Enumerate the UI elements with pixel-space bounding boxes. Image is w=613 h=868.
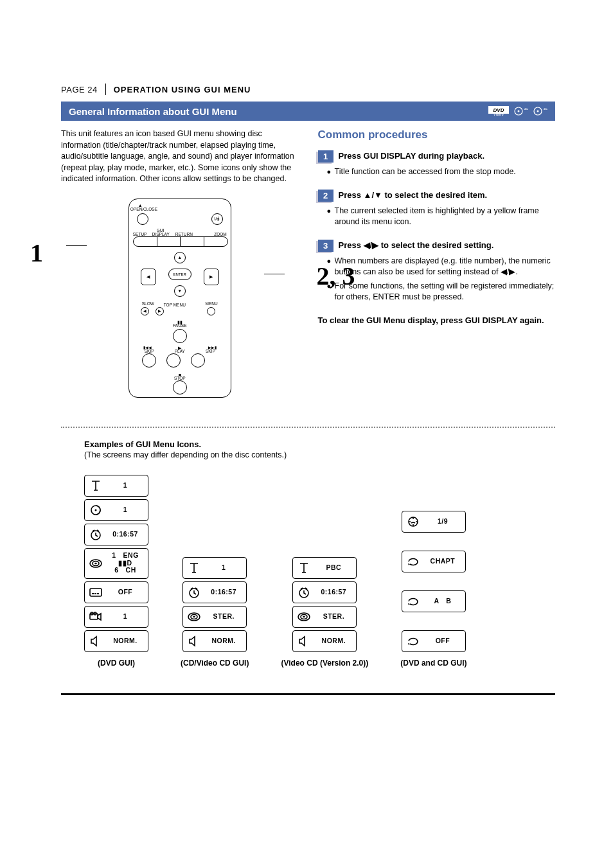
example-column-label: (DVD GUI) bbox=[98, 659, 135, 668]
clock-icon bbox=[297, 586, 311, 599]
gui-item-value: OFF bbox=[107, 589, 144, 596]
subtitle-icon bbox=[89, 587, 103, 598]
gui-item-value: NORM. bbox=[315, 637, 352, 645]
gui-menu-item: OFF bbox=[84, 581, 148, 603]
gui-menu-item: 1 bbox=[84, 499, 148, 521]
menu-label: MENU bbox=[206, 302, 218, 306]
right-button: ▶ bbox=[204, 269, 219, 285]
example-column-label: (Video CD (Version 2.0)) bbox=[281, 659, 368, 668]
step-row: 2Press ▲/▼ to select the desired item. bbox=[318, 190, 556, 202]
gui-item-value: 1 bbox=[107, 613, 144, 621]
sound-icon bbox=[297, 635, 311, 648]
gui-menu-item: 1/9 bbox=[402, 511, 466, 533]
svg-point-10 bbox=[95, 509, 97, 511]
audio-icon bbox=[297, 610, 311, 623]
svg-text:V I D E O: V I D E O bbox=[494, 114, 504, 116]
left-button: ◀ bbox=[141, 269, 156, 285]
open-close-button bbox=[137, 213, 148, 225]
step-row: 3Press ◀/▶ to select the desired setting… bbox=[318, 240, 556, 252]
gui-item-value: NORM. bbox=[205, 637, 242, 645]
bullet-item: ●The current selected item is highlighte… bbox=[327, 206, 556, 228]
callout-1: 1 bbox=[30, 235, 43, 271]
svg-text:disc: disc bbox=[544, 107, 547, 111]
example-column-label: (DVD and CD GUI) bbox=[400, 659, 466, 668]
gui-item-value: 0:16:57 bbox=[315, 589, 352, 596]
gui-menu-item: 0:16:57 bbox=[182, 581, 247, 603]
examples-title: Examples of GUI Menu Icons. bbox=[61, 439, 555, 449]
step-number-badge: 3 bbox=[318, 240, 333, 252]
example-column-label: (CD/Video CD GUI) bbox=[181, 659, 249, 668]
gui-menu-item: 1 bbox=[182, 557, 247, 579]
gui-menu-item: 0:16:57 bbox=[292, 581, 357, 603]
svg-text:DVD: DVD bbox=[493, 107, 504, 113]
slow-label: SLOW bbox=[142, 302, 154, 306]
gui-menu-item: CHAPT bbox=[402, 551, 466, 572]
gui-menu-item: NORM. bbox=[84, 630, 148, 652]
step-text: Press ◀/▶ to select the desired setting. bbox=[339, 240, 556, 250]
angle-icon bbox=[89, 610, 103, 623]
power-button: I/ɸ bbox=[211, 213, 223, 225]
audio-icon bbox=[187, 610, 201, 623]
gui-item-value: PBC bbox=[315, 564, 352, 572]
repeat-icon bbox=[406, 556, 420, 567]
example-column: PBC0:16:57STER.NORM.(Video CD (Version 2… bbox=[281, 557, 368, 668]
gui-menu-item: 0:16:57 bbox=[84, 524, 148, 545]
step-text: Press ▲/▼ to select the desired item. bbox=[339, 190, 556, 200]
svg-rect-15 bbox=[90, 589, 102, 596]
title-icon bbox=[89, 479, 103, 492]
svg-point-7 bbox=[537, 111, 539, 112]
disc-logos: DVDV I D E O disc disc bbox=[488, 105, 547, 117]
gui-item-value: OFF bbox=[424, 637, 461, 645]
chapter-icon bbox=[89, 504, 103, 517]
enter-button: ENTER bbox=[168, 269, 191, 280]
audio-icon bbox=[89, 557, 103, 570]
play-button bbox=[166, 353, 181, 368]
gui-item-value: 1/9 bbox=[424, 518, 461, 526]
up-button: ▲ bbox=[174, 252, 186, 263]
common-procedures-heading: Common procedures bbox=[318, 128, 556, 141]
menu-button bbox=[207, 307, 215, 315]
skip-next-label: SKIP bbox=[206, 350, 215, 354]
section-title: OPERATION USING GUI MENU bbox=[114, 85, 251, 94]
marker-icon bbox=[406, 515, 420, 528]
remote-outline: ▲ OPEN/CLOSE I/ɸ SETUP GUI DISPLAY RETUR… bbox=[129, 199, 231, 398]
svg-rect-17 bbox=[94, 593, 96, 594]
gui-menu-item: 1 bbox=[84, 475, 148, 497]
gui-menu-item: A B bbox=[402, 590, 466, 612]
callout-23: 2, 3 bbox=[317, 258, 355, 294]
svg-point-29 bbox=[303, 616, 306, 617]
gui-item-value: STER. bbox=[205, 613, 242, 621]
step-row: 1Press GUI DISPLAY during playback. bbox=[318, 150, 556, 163]
gui-item-value: NORM. bbox=[107, 637, 144, 645]
sound-icon bbox=[89, 635, 103, 648]
bottom-rule bbox=[61, 693, 555, 695]
return-button bbox=[181, 237, 204, 246]
dvd-video-logo-icon: DVDV I D E O bbox=[488, 106, 509, 116]
compact-disc-video-logo-icon: disc bbox=[514, 105, 528, 117]
gui-item-value: 1 bbox=[205, 564, 242, 572]
bullet-item: ●Title function can be accessed from the… bbox=[327, 166, 556, 178]
setup-button bbox=[134, 237, 157, 246]
gui-item-value: 1 bbox=[107, 482, 144, 490]
gui-item-value: STER. bbox=[315, 613, 352, 621]
step-text: Press GUI DISPLAY during playback. bbox=[339, 150, 556, 161]
repeat-icon bbox=[406, 635, 420, 647]
svg-point-25 bbox=[193, 616, 195, 617]
bullet-item: ●When numbers are displayed (e.g. title … bbox=[327, 256, 556, 278]
title-icon bbox=[187, 562, 201, 574]
gui-display-button bbox=[157, 237, 181, 246]
svg-point-14 bbox=[94, 562, 97, 563]
gui-menu-item: STER. bbox=[292, 606, 357, 628]
top-menu-label: TOP MENU bbox=[164, 303, 186, 308]
dotted-separator bbox=[61, 427, 555, 428]
svg-rect-16 bbox=[92, 593, 94, 594]
repeat-icon bbox=[406, 596, 420, 607]
pause-button bbox=[173, 329, 187, 343]
example-column: 1/9CHAPTA BOFF(DVD and CD GUI) bbox=[400, 511, 466, 668]
gui-menu-item: PBC bbox=[292, 557, 357, 579]
sound-icon bbox=[187, 635, 201, 648]
gui-menu-item: STER. bbox=[182, 606, 247, 628]
example-column: 10:16:57STER.NORM.(CD/Video CD GUI) bbox=[181, 557, 249, 668]
clear-gui-text: To clear the GUI Menu display, press GUI… bbox=[318, 315, 556, 326]
heading-bar-title: General Information about GUI Menu bbox=[69, 106, 237, 117]
